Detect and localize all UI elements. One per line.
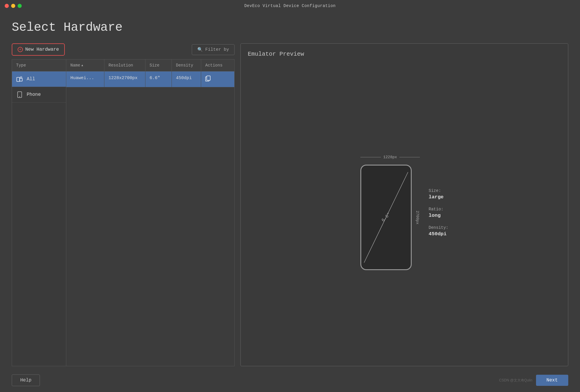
table-row[interactable]: Huawei... 1228x2700px 6.6" 450dpi xyxy=(66,71,234,87)
new-hardware-button[interactable]: + New Hardware xyxy=(12,43,65,56)
table-header: Name ▲ Resolution Size Density xyxy=(66,59,234,71)
plus-icon: + xyxy=(18,47,23,52)
spec-ratio-label: Ratio: xyxy=(429,207,448,212)
new-hardware-label: New Hardware xyxy=(25,47,59,52)
spec-size-label: Size: xyxy=(429,188,448,193)
content-area: + New Hardware 🔍 Filter by Type xyxy=(12,43,568,366)
titlebar: DevEco Virtual Device Configuration xyxy=(0,0,580,12)
left-panel: + New Hardware 🔍 Filter by Type xyxy=(12,43,235,366)
main-content: Select Hardware + New Hardware 🔍 Filter … xyxy=(0,12,580,392)
device-frame-container: 6.6" 2700px xyxy=(360,165,420,270)
svg-text:+: + xyxy=(21,77,22,79)
col-header-size: Size xyxy=(145,59,172,71)
bottom-right: CSDN @文大奇Qulin Next xyxy=(499,375,568,386)
cell-name: Huawei... xyxy=(66,71,104,87)
spec-ratio-value: long xyxy=(429,213,448,218)
preview-specs: Size: large Ratio: long Density: 450dpi xyxy=(429,188,448,237)
copy-icon[interactable] xyxy=(205,76,211,81)
all-devices-icon: + xyxy=(16,76,23,83)
device-height-label: 2700px xyxy=(415,211,420,224)
type-phone-label: Phone xyxy=(27,92,41,97)
search-icon: 🔍 xyxy=(197,47,203,52)
device-preview-wrapper: 1228px 6.6" 2700px xyxy=(360,155,420,270)
type-all-label: All xyxy=(27,76,35,82)
hardware-table-container: Type + All xyxy=(12,59,235,366)
type-sidebar: Type + All xyxy=(12,59,66,366)
svg-rect-1 xyxy=(20,78,22,81)
device-width-label: 1228px xyxy=(383,155,397,159)
toolbar: + New Hardware 🔍 Filter by xyxy=(12,43,235,56)
emulator-preview-panel: Emulator Preview 1228px xyxy=(240,43,568,366)
col-header-name[interactable]: Name ▲ xyxy=(66,59,104,71)
phone-icon xyxy=(16,91,23,98)
spec-ratio: Ratio: long xyxy=(429,207,448,218)
data-table: Name ▲ Resolution Size Density xyxy=(66,59,234,366)
window-controls xyxy=(5,4,22,8)
bottom-bar: Help CSDN @文大奇Qulin Next xyxy=(12,370,568,386)
type-header: Type xyxy=(12,59,66,71)
preview-content: 1228px 6.6" 2700px xyxy=(248,66,561,359)
spec-density-value: 450dpi xyxy=(429,231,448,237)
close-button[interactable] xyxy=(5,4,9,8)
emulator-preview-title: Emulator Preview xyxy=(248,51,561,57)
spec-size: Size: large xyxy=(429,188,448,200)
watermark: CSDN @文大奇Qulin xyxy=(499,378,532,383)
cell-density: 450dpi xyxy=(172,71,201,87)
filter-label: Filter by xyxy=(205,47,229,52)
col-header-resolution: Resolution xyxy=(104,59,145,71)
type-item-phone[interactable]: Phone xyxy=(12,87,66,103)
col-header-actions: Actions xyxy=(201,59,230,71)
col-header-density: Density xyxy=(172,59,201,71)
window-title: DevEco Virtual Device Configuration xyxy=(244,4,336,8)
svg-rect-0 xyxy=(17,77,20,81)
type-item-all[interactable]: + All xyxy=(12,71,66,87)
sort-arrow-icon: ▲ xyxy=(82,64,83,67)
help-button[interactable]: Help xyxy=(12,374,40,386)
filter-button[interactable]: 🔍 Filter by xyxy=(192,44,235,55)
spec-density: Density: 450dpi xyxy=(429,225,448,237)
cell-size: 6.6" xyxy=(145,71,172,87)
spec-density-label: Density: xyxy=(429,225,448,230)
minimize-button[interactable] xyxy=(11,4,15,8)
maximize-button[interactable] xyxy=(18,4,22,8)
svg-point-5 xyxy=(19,96,20,97)
cell-resolution: 1228x2700px xyxy=(104,71,145,87)
page-title: Select Hardware xyxy=(12,21,568,35)
cell-actions[interactable] xyxy=(201,71,230,87)
device-frame: 6.6" xyxy=(360,165,412,270)
svg-rect-8 xyxy=(207,76,210,80)
spec-size-value: large xyxy=(429,194,448,200)
next-button[interactable]: Next xyxy=(536,375,568,386)
